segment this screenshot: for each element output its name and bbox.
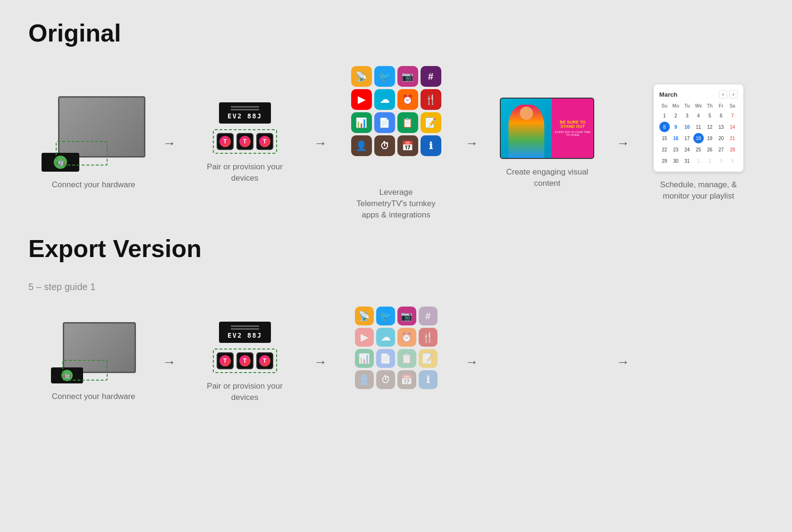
export-app-people: 👤 — [355, 370, 374, 389]
content-preview-display: BE SURE TO STAND OUT EVERY DAY IS YOUR T… — [500, 98, 594, 159]
calendar-next[interactable]: › — [729, 90, 738, 99]
app-calendar-app: 📋 — [397, 112, 418, 133]
app-timer: ⏱ — [374, 135, 395, 156]
cal-header-fr: Fr — [716, 102, 726, 109]
device-badge-3: T — [256, 133, 273, 150]
export-step-2-label: Pair or provision your devices — [202, 381, 287, 403]
step-2-devices: EV2 88J T T T P — [179, 102, 310, 184]
cal-day-31: 31 — [682, 156, 692, 166]
export-app-info: ℹ — [419, 370, 438, 389]
device-screen: EV2 88J — [219, 102, 271, 124]
arrow-3: → — [465, 136, 478, 151]
content-visual: BE SURE TO STAND OUT EVERY DAY IS YOUR T… — [500, 98, 594, 159]
step-3-apps: 📡 🐦 📷 # ▶ ☁ ⏰ 🍴 📊 📄 📋 📝 👤 ⏱ 📅 ℹ — [331, 66, 461, 220]
cal-header-th: Th — [705, 102, 715, 109]
export-device-badge-1: T — [217, 352, 234, 369]
export-app-weather: ☁ — [376, 328, 395, 347]
cal-day-1: 1 — [659, 110, 670, 121]
cal-day-25: 25 — [693, 144, 704, 155]
export-app-calendar-app: 📋 — [397, 349, 416, 368]
cal-day-6: 6 — [716, 110, 726, 121]
step-1-label: Connect your hardware — [52, 179, 135, 191]
calendar-grid: Su Mo Tu We Th Fr Sa 1 2 3 4 5 6 7 8 — [659, 102, 738, 166]
export-arrow-3: → — [465, 355, 478, 370]
cal-day-12: 12 — [705, 122, 715, 132]
export-step-3-apps: 📡 🐦 📷 # ▶ ☁ ⏰ 🍴 📊 📄 📋 📝 👤 ⏱ 📅 ℹ — [331, 307, 461, 418]
device-icons-row: T T T — [217, 133, 273, 150]
export-step-4-content — [482, 328, 612, 397]
export-app-slides: 📝 — [419, 349, 438, 368]
export-device-dashed-outline: T T T — [213, 349, 277, 373]
cal-day-16: 16 — [671, 133, 681, 143]
export-app-rss: 📡 — [355, 307, 374, 325]
cal-day-23: 23 — [671, 144, 681, 155]
export-flow: 🤖 Connect your hardware → EV2 88J — [28, 307, 764, 418]
cal-day-28: 28 — [727, 144, 738, 155]
devices-visual: EV2 88J T T T — [213, 102, 277, 154]
cal-day-30: 30 — [671, 156, 681, 166]
app-instagram: 📷 — [397, 66, 418, 87]
device-badge-1: T — [217, 133, 234, 150]
cal-day-26: 26 — [705, 144, 715, 155]
app-food: 🍴 — [421, 89, 441, 110]
cal-day-27: 27 — [716, 144, 726, 155]
cal-day-19: 19 — [705, 133, 715, 143]
export-arrow-2: → — [314, 355, 327, 370]
guide-subtitle: 5 – step guide 1 — [28, 282, 764, 292]
cal-day-13: 13 — [716, 122, 726, 132]
cal-day-2: 2 — [671, 110, 681, 121]
arrow-1: → — [162, 136, 176, 151]
arrow-2: → — [314, 136, 327, 151]
cal-day-29: 29 — [659, 156, 670, 166]
arrow-4: → — [616, 136, 630, 151]
export-app-docs: 📄 — [376, 349, 395, 368]
export-app-timer: ⏱ — [376, 370, 395, 389]
cal-day-5: 5 — [705, 110, 715, 121]
cal-day-21: 21 — [727, 133, 738, 143]
app-slack: # — [421, 66, 441, 87]
export-app-sheets: 📊 — [355, 349, 374, 368]
step-4-content: BE SURE TO STAND OUT EVERY DAY IS YOUR T… — [482, 98, 612, 189]
cal-day-8[interactable]: 8 — [659, 122, 670, 132]
export-device-icons-row: T T T — [217, 352, 273, 369]
step-5-label: Schedule, manage, & monitor your playlis… — [656, 179, 741, 202]
cal-day-apr4: 4 — [727, 156, 738, 166]
export-step-1-label: Connect your hardware — [52, 391, 135, 402]
app-people: 👤 — [351, 135, 372, 156]
app-youtube: ▶ — [351, 89, 372, 110]
calendar-nav: ‹ › — [719, 90, 738, 99]
export-app-twitter: 🐦 — [376, 307, 395, 325]
export-apps-grid: 📡 🐦 📷 # ▶ ☁ ⏰ 🍴 📊 📄 📋 📝 👤 ⏱ 📅 ℹ — [355, 307, 438, 410]
calendar-widget: March ‹ › Su Mo Tu We Th Fr Sa 1 — [654, 84, 743, 172]
step-1-hardware: 🤖 Connect your hardware — [28, 96, 159, 191]
content-sub-text: EVERY DAY IS YOUR TIME TO SHINE — [555, 131, 590, 136]
cal-header-sa: Sa — [727, 102, 738, 109]
cal-day-22: 22 — [659, 144, 670, 155]
calendar-prev[interactable]: ‹ — [719, 90, 727, 99]
cal-day-4: 4 — [693, 110, 704, 121]
export-device-code: EV2 88J — [227, 332, 262, 339]
app-weather: ☁ — [374, 89, 395, 110]
export-app-slack: # — [419, 307, 438, 325]
cal-day-9: 9 — [671, 122, 681, 132]
export-step-2-devices: EV2 88J T T T P — [179, 322, 310, 403]
export-app-instagram: 📷 — [397, 307, 416, 325]
app-slides: 📝 — [421, 112, 441, 133]
cal-day-18[interactable]: 18 — [693, 133, 704, 143]
device-badge-2: T — [236, 133, 253, 150]
export-device-screen: EV2 88J — [219, 322, 271, 343]
cal-header-tu: Tu — [682, 102, 692, 109]
hardware-visual: 🤖 — [42, 96, 145, 172]
export-arrow-1: → — [162, 355, 176, 370]
cal-header-we: We — [693, 102, 704, 109]
app-sheets: 📊 — [351, 112, 372, 133]
content-right-panel: BE SURE TO STAND OUT EVERY DAY IS YOUR T… — [552, 99, 593, 158]
cal-day-10: 10 — [682, 122, 692, 132]
export-title: Export Version — [28, 234, 764, 263]
cal-day-15: 15 — [659, 133, 670, 143]
cal-day-apr3: 3 — [716, 156, 726, 166]
cal-day-11: 11 — [693, 122, 704, 132]
original-title: Original — [28, 19, 764, 47]
export-app-food: 🍴 — [419, 328, 438, 347]
export-device-badge-3: T — [256, 352, 273, 369]
